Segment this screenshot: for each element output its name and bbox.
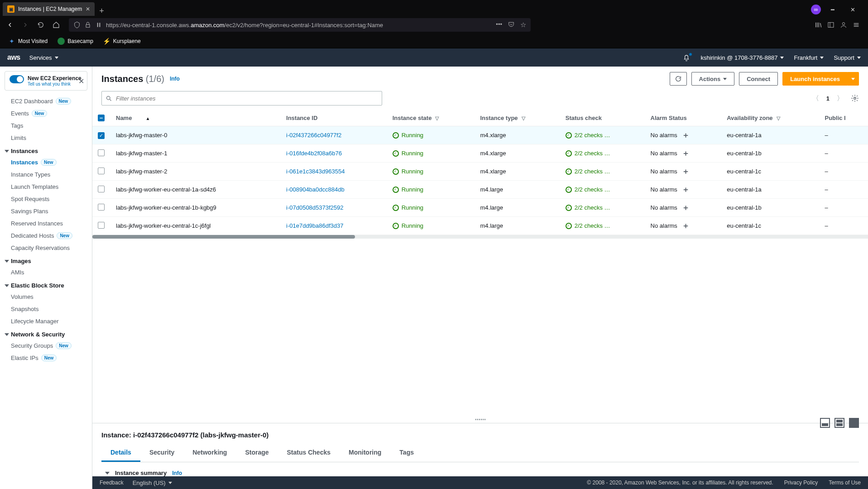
details-tab[interactable]: Details	[101, 444, 140, 462]
support-menu[interactable]: Support	[834, 54, 861, 61]
sidebar-section-header[interactable]: Network & Security	[0, 327, 92, 340]
browser-tab[interactable]: ▣ Instances | EC2 Managem ✕	[3, 2, 95, 16]
forward-button[interactable]	[19, 19, 32, 31]
sidebar-section-header[interactable]: Images	[0, 254, 92, 266]
details-tab[interactable]: Tags	[390, 444, 423, 462]
pocket-icon[interactable]	[508, 21, 515, 28]
select-all-checkbox[interactable]: −	[98, 115, 105, 121]
next-page-button[interactable]: 〉	[837, 94, 844, 103]
instance-id-link[interactable]: i-01e7dd9ba86df3d37	[286, 222, 344, 229]
terms-link[interactable]: Terms of Use	[829, 479, 861, 486]
instance-id-link[interactable]: i-008904ba0dcc884db	[286, 186, 345, 193]
sidebar-section-header[interactable]: Elastic Block Store	[0, 278, 92, 291]
sidebar-item[interactable]: Snapshots	[0, 303, 92, 315]
sidebar-item[interactable]: Dedicated Hosts New	[0, 230, 92, 242]
actions-button[interactable]: Actions	[691, 72, 735, 86]
info-link[interactable]: Info	[170, 76, 180, 82]
add-alarm-button[interactable]: ＋	[682, 166, 690, 177]
layout-bottom-button[interactable]	[820, 418, 830, 428]
sidebar-section-header[interactable]: Instances	[0, 144, 92, 156]
table-row[interactable]: labs-jkfwg-master-2i-061e1c3843d963554Ru…	[92, 163, 868, 181]
add-alarm-button[interactable]: ＋	[682, 202, 690, 213]
account-menu[interactable]: kshirinkin @ 1708-3776-8887	[700, 54, 784, 61]
column-header[interactable]: −	[92, 110, 110, 126]
sidebar-item[interactable]: Reserved Instances	[0, 217, 92, 230]
bookmark-star-icon[interactable]: ☆	[520, 21, 526, 29]
bookmark-kursplaene[interactable]: ⚡Kursplaene	[100, 36, 144, 47]
services-menu[interactable]: Services	[29, 54, 58, 61]
row-checkbox[interactable]: ✓	[98, 132, 105, 139]
instance-id-link[interactable]: i-02f437266c04977f2	[286, 132, 341, 139]
sidebar-item[interactable]: Launch Templates	[0, 181, 92, 193]
row-checkbox[interactable]	[98, 204, 105, 211]
info-link[interactable]: Info	[172, 470, 182, 476]
sidebar-item[interactable]: Instances New	[0, 156, 92, 168]
filter-icon[interactable]: ▽	[777, 115, 780, 121]
table-row[interactable]: labs-jkfwg-worker-eu-central-1c-j6fgli-0…	[92, 217, 868, 235]
details-tab[interactable]: Monitoring	[340, 444, 390, 462]
row-checkbox[interactable]	[98, 186, 105, 192]
sidebar-item[interactable]: Security Groups New	[0, 340, 92, 352]
settings-button[interactable]	[851, 94, 859, 102]
horizontal-scrollbar[interactable]	[92, 235, 868, 239]
layout-split-button[interactable]	[834, 418, 844, 428]
sidebar-item[interactable]: Volumes	[0, 291, 92, 303]
reload-button[interactable]	[34, 19, 47, 31]
bookmark-most-visited[interactable]: ✦Most Visited	[5, 36, 51, 47]
table-row[interactable]: labs-jkfwg-worker-eu-central-1b-kgbg9i-0…	[92, 199, 868, 217]
aws-logo[interactable]: aws	[7, 54, 20, 61]
row-checkbox[interactable]	[98, 168, 105, 174]
sidebar-item[interactable]: Savings Plans	[0, 205, 92, 217]
profile-icon[interactable]	[840, 21, 847, 29]
add-alarm-button[interactable]: ＋	[682, 221, 690, 231]
close-icon[interactable]: ✕	[78, 77, 84, 85]
instance-id-link[interactable]: i-061e1c3843d963554	[286, 168, 345, 175]
feedback-link[interactable]: Feedback	[100, 479, 124, 486]
sidebar-item[interactable]: Elastic IPs New	[0, 352, 92, 364]
sidebar-item[interactable]: Limits	[0, 132, 92, 144]
launch-instances-dropdown[interactable]	[848, 72, 859, 86]
instance-id-link[interactable]: i-016fde4b2f08a6b76	[286, 150, 342, 157]
close-window-icon[interactable]: ✕	[844, 3, 861, 16]
row-checkbox[interactable]	[98, 149, 105, 156]
column-header[interactable]: Alarm Status	[645, 110, 722, 126]
sidebar-item[interactable]: AMIs	[0, 266, 92, 278]
sidebar-item[interactable]: Capacity Reservations	[0, 242, 92, 254]
sidebar-icon[interactable]	[827, 21, 834, 29]
column-header[interactable]: Instance ID	[281, 110, 387, 126]
row-checkbox[interactable]	[98, 222, 105, 229]
new-tab-button[interactable]: +	[95, 6, 109, 16]
table-row[interactable]: labs-jkfwg-master-1i-016fde4b2f08a6b76Ru…	[92, 144, 868, 163]
sidebar-item[interactable]: Instance Types	[0, 168, 92, 181]
sidebar-item[interactable]: EC2 Dashboard New	[0, 95, 92, 107]
region-menu[interactable]: Frankfurt	[794, 54, 824, 61]
column-header[interactable]: Public I	[820, 110, 868, 126]
details-tab[interactable]: Status Checks	[278, 444, 340, 462]
caret-down-icon[interactable]	[105, 472, 110, 475]
close-icon[interactable]: ✕	[86, 6, 90, 12]
bookmark-basecamp[interactable]: Basecamp	[54, 36, 97, 47]
filter-instances-input[interactable]	[101, 91, 382, 105]
firefox-account-icon[interactable]: ∞	[811, 5, 821, 14]
filter-icon[interactable]: ▽	[435, 115, 439, 121]
new-experience-feedback-link[interactable]: Tell us what you think	[28, 82, 82, 86]
notifications-button[interactable]	[682, 53, 691, 62]
connect-button[interactable]: Connect	[739, 72, 778, 86]
column-header[interactable]: Instance type▽	[475, 110, 560, 126]
page-action-icon[interactable]: •••	[496, 21, 502, 29]
sidebar-item[interactable]: Lifecycle Manager	[0, 315, 92, 327]
add-alarm-button[interactable]: ＋	[682, 130, 690, 140]
new-experience-toggle[interactable]	[10, 75, 24, 83]
sidebar-item[interactable]: Events New	[0, 107, 92, 120]
language-menu[interactable]: English (US)	[133, 479, 172, 486]
details-tab[interactable]: Security	[140, 444, 183, 462]
home-button[interactable]	[50, 19, 62, 31]
privacy-link[interactable]: Privacy Policy	[784, 479, 818, 486]
add-alarm-button[interactable]: ＋	[682, 148, 690, 158]
prev-page-button[interactable]: 〈	[812, 94, 819, 103]
sidebar-item[interactable]: Spot Requests	[0, 193, 92, 205]
filter-instances-field[interactable]	[116, 95, 378, 102]
table-row[interactable]: labs-jkfwg-worker-eu-central-1a-sd4z6i-0…	[92, 181, 868, 199]
minimize-icon[interactable]: ━	[825, 3, 841, 16]
library-icon[interactable]	[815, 21, 822, 29]
